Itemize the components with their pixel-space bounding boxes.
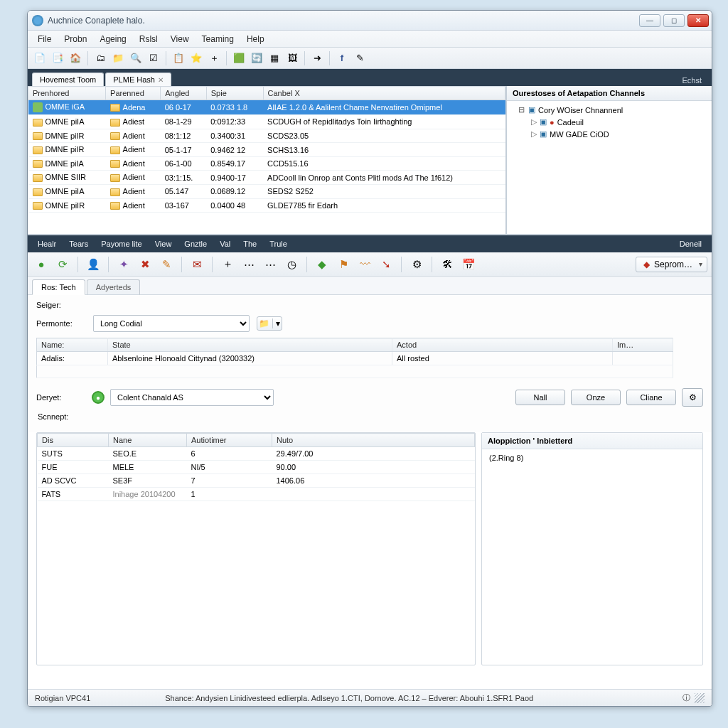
nall-button[interactable]: Nall: [515, 390, 565, 405]
tab-ros[interactable]: Ros: Tech: [32, 279, 85, 295]
tb2-tool2-icon[interactable]: 🛠: [438, 255, 456, 274]
maximize-button[interactable]: ◻: [663, 14, 685, 27]
tb-facebook-icon[interactable]: f: [334, 50, 350, 66]
tb2-flag-icon[interactable]: ⚑: [334, 255, 353, 274]
table-row[interactable]: DMNE piIAAdient06-1-000.8549.17CCD515.16: [28, 156, 505, 171]
lower-row[interactable]: SUTSSEO.E629.49/7.00: [38, 447, 475, 461]
permonte-select[interactable]: Long Codial: [93, 315, 250, 332]
permonte-folder-button[interactable]: 📁▾: [257, 316, 282, 331]
tb2-person-icon[interactable]: 👤: [84, 255, 102, 274]
lower-row[interactable]: AD SCVCSE3F71406.06: [38, 474, 475, 488]
table-row[interactable]: OMME iGAAdena06 0-170.0733 1.8AlIAE 1.2.…: [28, 100, 505, 115]
cliane-button[interactable]: Cliane: [626, 390, 676, 405]
tb2-tool1-icon[interactable]: ⚙: [407, 255, 426, 274]
menu2-trule[interactable]: Trule: [264, 237, 293, 250]
tb-star-icon[interactable]: ⭐: [188, 50, 204, 66]
lower-row[interactable]: FATSInihage 201042001: [38, 488, 475, 501]
lower-col-header[interactable]: Nuto: [272, 434, 475, 447]
tab-adv[interactable]: Adyerteds: [87, 279, 141, 295]
tree-root[interactable]: ⊟▣Cory WOiser Chnannenl: [510, 104, 712, 116]
tab-plme[interactable]: PLME Hash✕: [105, 73, 171, 86]
lower-col-header[interactable]: Dis: [38, 434, 109, 447]
tb2-go-icon[interactable]: ●: [32, 255, 50, 274]
tb2-arrow2-icon[interactable]: ➘: [377, 255, 395, 274]
tb-new-icon[interactable]: 📄: [32, 50, 48, 66]
col-header[interactable]: Parenned: [106, 87, 161, 100]
col-header[interactable]: Spie: [206, 87, 263, 100]
menu-teaming[interactable]: Teaming: [196, 32, 240, 46]
lower-grid[interactable]: DisNaneAutiotimerNuto SUTSSEO.E629.49/7.…: [36, 432, 476, 665]
tb2-cal-icon[interactable]: 📅: [459, 255, 478, 274]
tb2-box-icon[interactable]: ◆: [313, 255, 331, 274]
status-mid: Shance: Andysien Linidivesteed edlierpla…: [165, 694, 533, 702]
menu2-healr[interactable]: Healr: [32, 237, 62, 250]
tb-plus-icon[interactable]: ＋: [206, 50, 222, 66]
tb-doc-icon[interactable]: 📋: [171, 50, 186, 66]
tb-search-icon[interactable]: 🔍: [128, 50, 144, 66]
col-header[interactable]: Canbel X: [263, 87, 505, 100]
mini-col-header[interactable]: Im…: [613, 338, 673, 352]
status-info-icon[interactable]: ⓘ: [682, 692, 690, 703]
table-row[interactable]: OMNE piIRAdient03-1670.0400 48GLDE7785 f…: [28, 198, 505, 213]
tb2-delete-icon[interactable]: ✖: [136, 255, 154, 274]
tb2-spark-icon[interactable]: ✦: [114, 255, 133, 274]
tb2-refresh-icon[interactable]: ⟳: [53, 255, 72, 274]
mini-col-header[interactable]: State: [108, 338, 392, 352]
tb-open-icon[interactable]: 📑: [50, 50, 65, 66]
tb-card-icon[interactable]: 🗂: [92, 50, 108, 66]
mini-col-header[interactable]: Name:: [37, 338, 108, 352]
menu2-the[interactable]: The: [237, 237, 262, 250]
tb-refresh-icon[interactable]: 🔄: [249, 50, 264, 66]
tb2-more-icon[interactable]: ⋯: [261, 255, 279, 274]
tab-hovemest[interactable]: Hovemest Toom: [32, 73, 104, 86]
table-row[interactable]: OMNE piIAAdient05.1470.0689.12SEDS2 S252: [28, 185, 505, 199]
tb-grid-icon[interactable]: ▦: [267, 50, 282, 66]
tb-folder-icon[interactable]: 📁: [110, 50, 126, 66]
tab-close-icon[interactable]: ✕: [158, 76, 164, 84]
resize-grip[interactable]: [695, 693, 705, 703]
tb2-mail-icon[interactable]: ✉: [188, 255, 206, 274]
onze-button[interactable]: Onze: [571, 390, 621, 405]
menu2-payome lite[interactable]: Payome lite: [95, 237, 147, 250]
menu-help[interactable]: Help: [241, 32, 270, 46]
tb2-clock-icon[interactable]: ◷: [282, 255, 301, 274]
menu-probn[interactable]: Probn: [58, 32, 92, 46]
col-header[interactable]: Angled: [161, 87, 207, 100]
tb2-curve-icon[interactable]: 〰: [355, 255, 374, 274]
main-grid[interactable]: PrenhoredParennedAngledSpieCanbel X OMME…: [28, 86, 505, 234]
minimize-button[interactable]: —: [639, 14, 660, 27]
seprom-dropdown[interactable]: ◆Seprom…: [636, 257, 707, 272]
menu2-tears[interactable]: Tears: [63, 237, 94, 250]
tb2-dots-icon[interactable]: ⋯: [240, 255, 258, 274]
mini-row[interactable]: Adalis:Ablsenloine Hlonoald Cittynad (32…: [37, 352, 673, 365]
table-row[interactable]: DMNE piIRAdient05-1-170.9462 12SCHS13.16: [28, 143, 505, 157]
menu-file[interactable]: File: [32, 32, 57, 46]
lower-col-header[interactable]: Autiotimer: [187, 434, 272, 447]
menu2-gnztle[interactable]: Gnztle: [178, 237, 213, 250]
close-button[interactable]: ✕: [687, 14, 709, 27]
tb-home-icon[interactable]: 🏠: [68, 50, 83, 66]
tb-image-icon[interactable]: 🖼: [284, 50, 300, 66]
tree-item[interactable]: ▷▣●Cadeuil: [510, 116, 712, 128]
menu-rslsl[interactable]: Rslsl: [134, 32, 164, 46]
tb-wand-icon[interactable]: ✎: [352, 50, 368, 66]
table-row[interactable]: DMNE piIRAdient08:1:120.3400:31SCDS23.05: [28, 129, 505, 143]
lower-row[interactable]: FUEMELENI/590.00: [38, 461, 475, 474]
gear-button[interactable]: ⚙: [682, 388, 703, 407]
table-row[interactable]: OMNE piIAAdiest08-1-290:0912:33SCDUGH of…: [28, 115, 505, 129]
mini-col-header[interactable]: Actod: [392, 338, 613, 352]
tb-cube-icon[interactable]: 🟩: [231, 50, 247, 66]
tb2-add-icon[interactable]: ＋: [218, 255, 237, 274]
tb-arrow-icon[interactable]: ➜: [309, 50, 325, 66]
menu2-val[interactable]: Val: [214, 237, 236, 250]
menu-ageing[interactable]: Ageing: [94, 32, 132, 46]
tb-check-icon[interactable]: ☑: [146, 50, 161, 66]
tree-item[interactable]: ▷▣MW GADE CiOD: [510, 128, 712, 140]
tb2-chat-icon[interactable]: ✎: [157, 255, 176, 274]
menu2-view[interactable]: View: [149, 237, 178, 250]
col-header[interactable]: Prenhored: [28, 87, 106, 100]
lower-col-header[interactable]: Nane: [109, 434, 187, 447]
deryet-select[interactable]: Colent Chanald AS: [110, 389, 274, 406]
menu-view[interactable]: View: [165, 32, 195, 46]
table-row[interactable]: OMNE SIIRAdient03:1:15.0.9400-17ADCooll …: [28, 171, 505, 185]
